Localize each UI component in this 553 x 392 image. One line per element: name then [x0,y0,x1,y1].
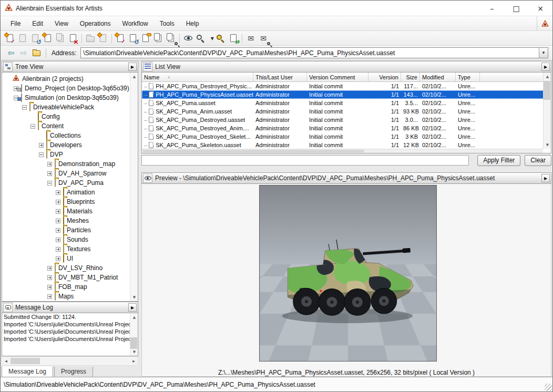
tree-node-driveablevehiclepack[interactable]: DriveableVehiclePack [3,102,138,112]
tree-node-sounds[interactable]: Sounds [3,235,138,244]
revert-icon[interactable]: ↺ [127,32,139,45]
minimize-button[interactable]: – [480,1,504,16]
copy-file-icon[interactable] [54,32,67,45]
search-options-dropdown-icon[interactable]: ▼ [207,32,214,45]
scroll-thumb[interactable] [544,81,550,100]
tree-node-dv-mbt-m1-patriot[interactable]: DV_MBT_M1_Patriot [3,273,138,282]
edit-comment-icon[interactable] [139,32,152,45]
collapse-icon[interactable] [22,105,27,110]
expand-icon[interactable] [56,200,60,204]
expand-icon[interactable] [56,209,60,214]
table-row[interactable]: –SK_APC_Puma_Skeleton.uassetAdministrato… [142,141,551,149]
tree-node-config[interactable]: Config [3,112,138,121]
expand-icon[interactable] [47,285,52,290]
address-value[interactable]: \Simulation\DriveableVehiclePack\Content… [81,49,539,57]
menu-workflow[interactable]: Workflow [117,17,154,30]
expand-icon[interactable] [39,143,44,148]
expand-icon[interactable] [47,294,52,299]
menu-file[interactable]: File [5,17,26,30]
resize-grip-icon[interactable] [545,384,552,391]
expand-icon[interactable] [47,171,52,176]
expand-icon[interactable] [56,190,60,195]
tree-node-developers[interactable]: Developers [3,140,138,150]
scroll-up-icon[interactable]: ▲ [130,73,138,80]
back-button[interactable]: ⇦ [5,47,17,59]
tree-node-materials[interactable]: Materials [3,207,138,216]
tree-node-content[interactable]: Content [3,121,138,131]
scroll-down-icon[interactable]: ▼ [130,293,138,301]
tree-node-textures[interactable]: Textures [3,244,138,254]
expand-icon[interactable] [56,256,60,261]
forward-button[interactable]: ⇨ [17,47,30,59]
expand-icon[interactable] [56,219,60,223]
collapse-icon[interactable] [39,152,44,157]
add-file-icon[interactable] [42,32,54,45]
expand-icon[interactable] [47,266,52,271]
synchronize-icon[interactable]: ⇄ [227,32,240,45]
tree-node-dv-ah-sparrow[interactable]: DV_AH_Sparrow [3,169,138,178]
find-files-icon[interactable] [165,32,177,45]
tree-node-simulation-on-desktop-3q65o39[interactable]: Simulation (on Desktop-3q65o39) [3,93,138,102]
delete-file-icon[interactable]: × [67,32,79,45]
import-asset-icon[interactable]: ✓ [114,32,127,45]
table-hscrollbar[interactable] [142,149,543,153]
message-log-menu-arrow-icon[interactable]: ▶ [128,303,137,312]
maximize-button[interactable]: □ [504,1,528,16]
tree-node-demonstration-map[interactable]: Demonstration_map [3,159,138,169]
menu-operations[interactable]: Operations [74,17,117,30]
tree-node-maps[interactable]: Maps [3,292,138,301]
column-header-type[interactable]: Type [456,73,480,81]
column-header-version-comment[interactable]: Version Comment [307,73,368,81]
expand-icon[interactable] [47,162,52,167]
tree-node-fob-map[interactable]: FOB_map [3,282,138,292]
up-folder-button[interactable] [30,47,43,59]
filter-input[interactable] [141,155,469,166]
tree-node-demo-project-on-desktop-3q65o39[interactable]: Demo_Project (on Desktop-3q65o39) [3,84,138,93]
tree-view-menu-arrow-icon[interactable]: ▶ [128,63,137,71]
tree-node-collections[interactable]: Collections [3,131,138,140]
message-log-vscrollbar[interactable]: ▲ ▼ [130,313,138,356]
table-row-selected[interactable]: –PH_APC_Puma_PhysicsAsset.uassetAdminist… [142,90,551,99]
list-view-menu-arrow-icon[interactable]: ▶ [541,63,550,71]
menu-edit[interactable]: Edit [26,17,49,30]
scroll-down-icon[interactable]: ▼ [130,348,138,356]
tree-node-dv-lsv-rhino[interactable]: DV_LSV_Rhino [3,263,138,273]
new-folder-icon[interactable] [84,32,97,45]
expand-icon[interactable] [47,275,52,280]
scroll-down-icon[interactable]: ▼ [544,141,551,149]
apply-filter-button[interactable]: Apply Filter [477,155,520,166]
tree-node-blueprints[interactable]: Blueprints [3,197,138,207]
tree-node-particles[interactable]: Particles [3,225,138,235]
column-header-this-last-user[interactable]: This/Last User [253,73,307,81]
tree-node-meshes[interactable]: Meshes [3,216,138,225]
scroll-up-icon[interactable]: ▲ [544,73,551,80]
table-row[interactable]: –SK_APC_Puma_Destroyed_Anim....Administr… [142,124,551,132]
preview-icon[interactable] [182,32,194,45]
table-row[interactable]: –SK_APC_Puma_Anim.uassetAdministratorIni… [142,107,551,116]
table-vscrollbar[interactable]: ▲ ▼ [543,73,551,149]
expand-icon[interactable] [56,228,60,233]
tree-node-dv-apc-puma[interactable]: DV_APC_Puma [3,178,138,188]
tree-scrollbar[interactable]: ▲ ▼ [130,73,138,301]
table-row[interactable]: –SK_APC_Puma_Destroyed_Skelet...Administ… [142,132,551,141]
tree-node-dvp[interactable]: DVP [3,150,138,159]
mail-search-icon[interactable]: ✉ [257,32,270,45]
collapse-icon[interactable] [30,124,35,129]
preview-menu-arrow-icon[interactable]: ▶ [541,174,550,182]
address-dropdown-icon[interactable]: ▼ [539,48,548,58]
tab-message-log[interactable]: Message Log [2,366,53,378]
new-item-icon[interactable] [97,32,109,45]
column-header-name[interactable]: Name▲ [142,73,253,81]
menu-help[interactable]: Help [180,17,205,30]
column-header-version[interactable]: Version [368,73,401,81]
collapse-icon[interactable] [47,181,52,185]
table-row[interactable]: –PH_APC_Puma_Destroyed_Physic...Administ… [142,82,551,90]
address-combobox[interactable]: \Simulation\DriveableVehiclePack\Content… [80,47,548,58]
column-header-modified[interactable]: Modified [420,73,456,81]
search-icon[interactable] [194,32,207,45]
scroll-thumb[interactable] [11,358,40,364]
duplicate-icon[interactable] [152,32,165,45]
undo-check-out-icon[interactable]: ↺ [29,32,42,45]
table-row[interactable]: –SK_APC_Puma.uassetAdministratorInitial … [142,99,551,107]
send-mail-icon[interactable]: ✉ [244,32,257,45]
